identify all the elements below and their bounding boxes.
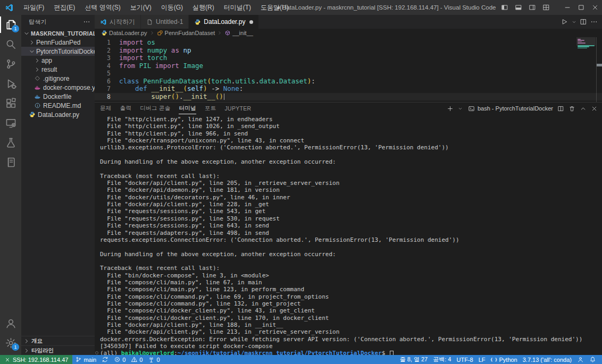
tree-item-DataLoader.py[interactable]: DataLoader.py xyxy=(21,110,95,119)
activity-bar-top: 1 xyxy=(0,15,21,172)
activity-source-control[interactable] xyxy=(0,54,21,74)
toggle-panel-right-button[interactable] xyxy=(525,0,539,15)
remote-indicator[interactable]: SSH: 192.168.114.47 xyxy=(0,355,72,364)
chevron-up-icon xyxy=(580,105,587,112)
terminal[interactable]: File "http/client.py", line 1247, in end… xyxy=(95,114,602,355)
panel-tab-출력[interactable]: 출력 xyxy=(120,103,132,114)
status-branch[interactable]: main xyxy=(72,355,99,364)
terminal-line xyxy=(100,165,602,172)
breadcrumb-item-DataLoader.py[interactable]: DataLoader.py xyxy=(101,30,147,36)
menu-파일F[interactable]: 파일(F) xyxy=(19,0,49,15)
terminal-picker[interactable]: bash - PytorchTutorialDocker xyxy=(468,105,553,112)
tab-DataLoader.py[interactable]: DataLoader.py xyxy=(189,15,259,29)
tab-Untitled-1[interactable]: Untitled-1 xyxy=(141,15,189,29)
tree-item-docker-compose.yml[interactable]: docker-compose.yml xyxy=(21,83,95,92)
breadcrumb-item-__init__[interactable]: __init__ xyxy=(224,30,253,36)
activity-extensions[interactable] xyxy=(0,94,21,113)
panel-tab-문제[interactable]: 문제 xyxy=(100,103,112,114)
status-encoding[interactable]: UTF-8 xyxy=(454,355,475,364)
code-editor[interactable]: 1import os2import numpy as np3import tor… xyxy=(95,37,602,102)
terminal-line: File "requests/sessions.py", line 643, i… xyxy=(100,222,602,229)
tree-item-MASKRCNN_TUTORIALSS...[interactable]: MASKRCNN_TUTORIAL [SS... xyxy=(21,29,95,38)
activity-explorer[interactable]: 1 xyxy=(0,15,21,35)
activity-run-debug[interactable] xyxy=(0,74,21,94)
status-eol[interactable]: LF xyxy=(476,355,488,364)
more-actions-button[interactable] xyxy=(590,18,598,26)
command-decoration[interactable] xyxy=(95,351,98,354)
section-개요[interactable]: 개요 xyxy=(21,336,95,345)
more-actions-icon[interactable] xyxy=(83,18,90,26)
terminal-dropdown-button[interactable] xyxy=(458,106,463,111)
split-terminal-button[interactable] xyxy=(557,105,564,112)
menu-실행R[interactable]: 실행(R) xyxy=(188,0,219,15)
activity-jupyter-notebook[interactable] xyxy=(0,153,21,172)
editor-scrollbar[interactable] xyxy=(596,37,597,102)
activity-remote-explorer[interactable] xyxy=(0,113,21,133)
status-indentation[interactable]: 공백: 4 xyxy=(430,355,454,364)
status-sync[interactable] xyxy=(99,355,111,364)
explorer-sidebar: 탐색기 MASKRCNN_TUTORIAL [SS...PennFudanPed… xyxy=(21,15,95,355)
tree-item-PennFudanPed[interactable]: PennFudanPed xyxy=(21,38,95,47)
activity-accounts[interactable] xyxy=(0,314,21,333)
tree-item-.gitignore[interactable]: .gitignore xyxy=(21,74,95,83)
menu-터미널T[interactable]: 터미널(T) xyxy=(219,0,256,15)
section-타임라인[interactable]: 타임라인 xyxy=(21,345,95,355)
method-symbol-icon xyxy=(224,30,231,36)
maximize-button[interactable] xyxy=(574,0,588,15)
panel-tab-JUPYTER[interactable]: JUPYTER xyxy=(224,103,251,114)
run-python-file-button[interactable] xyxy=(561,18,568,26)
activity-settings[interactable]: 1 xyxy=(0,333,21,353)
kill-terminal-button[interactable] xyxy=(568,105,575,112)
menu-bar: 파일(F)편집(E)선택 영역(S)보기(V)이동(G)실행(R)터미널(T)도… xyxy=(19,0,294,15)
menu-이동G[interactable]: 이동(G) xyxy=(156,0,188,15)
tree-item-label: Dockerfile xyxy=(43,93,71,100)
status-errors[interactable]: 0 xyxy=(111,355,128,364)
minimap-line xyxy=(578,40,584,41)
status-ports[interactable]: 0 xyxy=(145,355,162,364)
status-language-mode[interactable]: { }Python xyxy=(488,355,520,364)
panel-actions: bash - PytorchTutorialDocker xyxy=(442,105,602,112)
run-dropdown-button[interactable] xyxy=(571,20,576,24)
customize-layout-button[interactable] xyxy=(539,0,553,15)
status-warnings[interactable]: 0 xyxy=(128,355,145,364)
close-button[interactable] xyxy=(588,0,602,15)
status-cursor-position[interactable]: 줄 8, 열 27 xyxy=(397,355,431,364)
toggle-panel-left-button[interactable] xyxy=(498,0,512,15)
status-notifications[interactable] xyxy=(587,355,599,364)
close-panel-button[interactable] xyxy=(591,105,598,112)
new-terminal-button[interactable] xyxy=(447,105,454,112)
chevron-right-icon xyxy=(149,30,155,36)
menu-선택영역S[interactable]: 선택 영역(S) xyxy=(80,0,125,15)
tree-item-app[interactable]: app xyxy=(21,56,95,65)
panel-tab-터미널[interactable]: 터미널 xyxy=(179,103,196,114)
overview-ruler-mark xyxy=(597,64,602,66)
title-bar: 파일(F)편집(E)선택 영역(S)보기(V)이동(G)실행(R)터미널(T)도… xyxy=(0,0,602,15)
tree-item-Dockerfile[interactable]: Dockerfile xyxy=(21,92,95,101)
dirty-indicator[interactable] xyxy=(249,20,253,24)
line-number: 8 xyxy=(95,93,111,101)
minimize-button[interactable] xyxy=(561,0,574,15)
panel-tab-포트[interactable]: 포트 xyxy=(205,103,216,114)
tree-item-label: PennFudanPed xyxy=(36,39,80,46)
terminal-line: During handling of the above exception, … xyxy=(100,251,602,258)
toggle-panel-bottom-button[interactable] xyxy=(512,0,525,15)
tree-item-README.md[interactable]: README.md xyxy=(21,101,95,110)
minimap[interactable] xyxy=(576,37,596,102)
tree-item-result[interactable]: result xyxy=(21,65,95,74)
menu-보기V[interactable]: 보기(V) xyxy=(126,0,156,15)
status-feedback[interactable] xyxy=(574,355,587,364)
breadcrumb-item-PennFudanDataset[interactable]: PennFudanDataset xyxy=(157,30,215,36)
maximize-panel-button[interactable] xyxy=(580,105,587,112)
status-python-interpreter[interactable]: 3.7.13 ('all': conda) xyxy=(520,355,574,364)
status-branch-label: main xyxy=(83,357,96,363)
terminal-line: requests.exceptions.ConnectionError: ('C… xyxy=(100,236,602,243)
activity-testing[interactable] xyxy=(0,133,21,153)
split-editor-button[interactable] xyxy=(580,18,587,26)
activity-search[interactable] xyxy=(0,35,21,54)
panel-tab-디버그콘솔[interactable]: 디버그 콘솔 xyxy=(140,103,170,114)
source-control-icon xyxy=(5,58,17,70)
menu-편집E[interactable]: 편집(E) xyxy=(49,0,80,15)
tree-item-PytorchTutorialDocker[interactable]: PytorchTutorialDocker xyxy=(21,47,95,56)
tab-시작하기[interactable]: 시작하기 xyxy=(95,15,141,29)
minimize-icon xyxy=(564,4,571,11)
